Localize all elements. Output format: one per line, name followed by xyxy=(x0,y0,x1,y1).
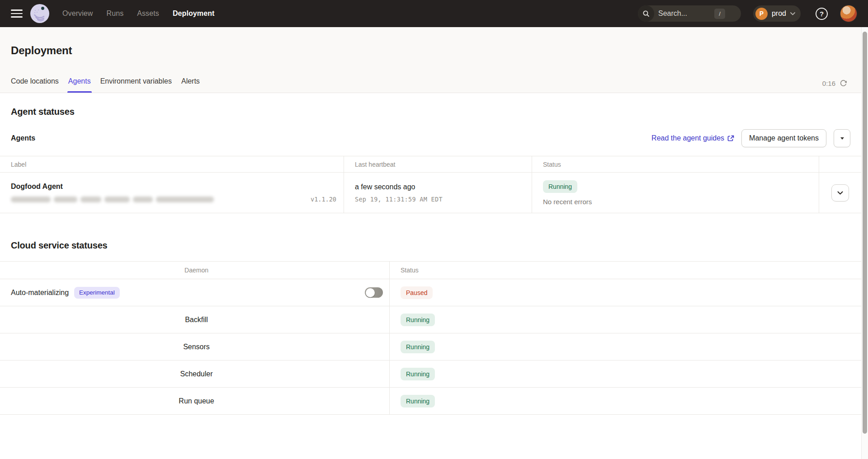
cloud-services-table: Daemon Status Auto-materializing Experim… xyxy=(0,261,861,415)
column-header-status: Status xyxy=(401,267,854,274)
agent-status-note: No recent errors xyxy=(543,198,811,206)
cloud-table-header: Daemon Status xyxy=(0,262,861,279)
deployment-initial-badge: P xyxy=(755,8,768,20)
main-content: Agent statuses Agents Read the agent gui… xyxy=(0,93,861,415)
daemon-row-sensors: Sensors Running xyxy=(0,333,861,361)
cloud-service-statuses-heading: Cloud service statuses xyxy=(0,239,861,251)
dagster-logo-icon[interactable] xyxy=(30,4,50,23)
daemon-name: Scheduler xyxy=(180,370,212,378)
search-shortcut-key: / xyxy=(714,9,725,19)
tab-environment-variables[interactable]: Environment variables xyxy=(100,77,172,93)
heartbeat-timestamp: Sep 19, 11:31:59 AM EDT xyxy=(355,196,524,203)
menu-hamburger-icon[interactable] xyxy=(11,9,23,18)
page-title: Deployment xyxy=(0,27,868,57)
daemon-status-badge: Paused xyxy=(401,286,433,299)
auto-materializing-toggle[interactable] xyxy=(365,287,383,298)
experimental-badge: Experimental xyxy=(74,287,120,299)
refresh-timer: 0:16 xyxy=(822,80,835,87)
agents-table: Label Last heartbeat Status Dogfood Agen… xyxy=(0,156,861,213)
tab-agents[interactable]: Agents xyxy=(68,77,91,93)
manage-agent-tokens-button[interactable]: Manage agent tokens xyxy=(741,129,826,147)
agent-statuses-heading: Agent statuses xyxy=(0,93,861,117)
agent-guides-link-label: Read the agent guides xyxy=(651,134,724,142)
daemon-row-auto-materializing: Auto-materializing Experimental Paused xyxy=(0,279,861,306)
external-link-icon xyxy=(727,135,734,142)
tab-alerts[interactable]: Alerts xyxy=(181,77,200,93)
search-icon xyxy=(638,5,654,22)
caret-down-icon xyxy=(840,137,844,140)
daemon-status-badge: Running xyxy=(401,368,435,380)
top-nav: Overview Runs Assets Deployment / P prod… xyxy=(0,0,868,27)
daemon-status-badge: Running xyxy=(401,314,435,326)
agent-tokens-menu-button[interactable] xyxy=(834,129,850,147)
search-input[interactable] xyxy=(658,9,708,18)
daemon-row-backfill: Backfill Running xyxy=(0,306,861,333)
page-header: Deployment Code locations Agents Environ… xyxy=(0,27,868,93)
daemon-row-scheduler: Scheduler Running xyxy=(0,361,861,388)
daemon-name: Run queue xyxy=(179,397,214,405)
nav-deployment[interactable]: Deployment xyxy=(173,9,215,18)
chevron-down-icon xyxy=(790,12,795,15)
chevron-down-icon xyxy=(837,191,843,195)
nav-assets[interactable]: Assets xyxy=(137,9,159,18)
tab-code-locations[interactable]: Code locations xyxy=(11,77,59,93)
column-header-daemon: Daemon xyxy=(184,267,208,274)
agents-subheading: Agents xyxy=(11,134,35,142)
heartbeat-relative: a few seconds ago xyxy=(355,183,524,191)
help-glyph: ? xyxy=(820,10,824,18)
column-header-status: Status xyxy=(543,161,811,168)
daemon-name: Sensors xyxy=(183,343,210,351)
search-box[interactable]: / xyxy=(638,5,741,22)
daemon-status-badge: Running xyxy=(401,395,435,407)
refresh-icon[interactable] xyxy=(840,80,847,87)
daemon-row-run-queue: Run queue Running xyxy=(0,388,861,415)
deployment-switcher-label: prod xyxy=(772,9,786,18)
daemon-name: Auto-materializing xyxy=(11,289,69,297)
agent-row-expand-button[interactable] xyxy=(831,184,849,201)
agent-version: v1.1.20 xyxy=(311,196,336,203)
user-avatar[interactable] xyxy=(840,5,857,22)
column-header-heartbeat: Last heartbeat xyxy=(355,161,524,168)
page-scrollbar[interactable] xyxy=(861,27,868,459)
scrollbar-thumb[interactable] xyxy=(863,32,867,434)
column-header-label: Label xyxy=(11,161,336,168)
agent-guides-link[interactable]: Read the agent guides xyxy=(651,134,734,142)
primary-nav: Overview Runs Assets Deployment xyxy=(62,9,214,18)
agents-table-header: Label Last heartbeat Status xyxy=(0,156,861,173)
agent-row: Dogfood Agent v1.1.20 a few seconds ago … xyxy=(0,173,861,213)
help-icon[interactable]: ? xyxy=(816,8,828,20)
agent-status-badge: Running xyxy=(543,180,577,193)
daemon-name: Backfill xyxy=(185,316,208,324)
agent-id-redacted xyxy=(11,197,214,202)
tabs-bar: Code locations Agents Environment variab… xyxy=(0,77,868,93)
nav-runs[interactable]: Runs xyxy=(106,9,123,18)
daemon-status-badge: Running xyxy=(401,341,435,353)
toggle-knob xyxy=(366,288,375,297)
nav-overview[interactable]: Overview xyxy=(62,9,93,18)
agents-toolbar: Agents Read the agent guides Manage agen… xyxy=(0,129,861,147)
deployment-switcher[interactable]: P prod xyxy=(753,5,801,22)
agent-name: Dogfood Agent xyxy=(11,183,336,191)
